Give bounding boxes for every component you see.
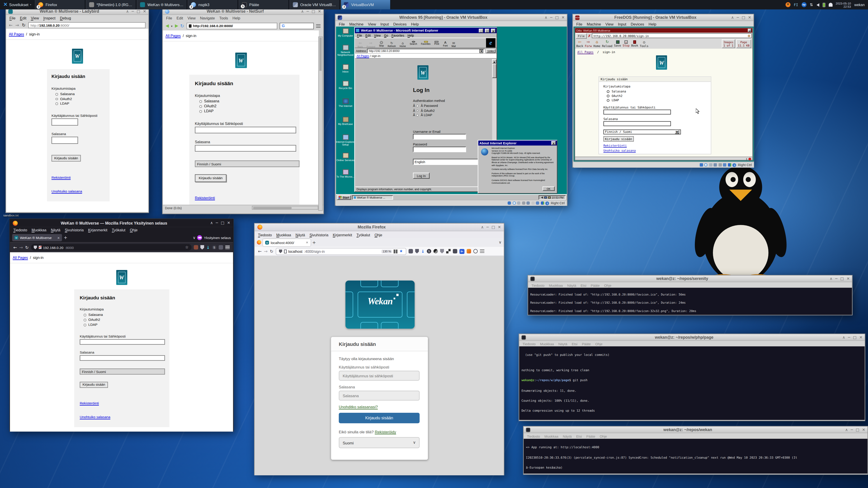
close-icon[interactable]: ✕ bbox=[318, 9, 321, 13]
maximize-icon[interactable]: □ bbox=[840, 276, 844, 281]
menu-muokkaa[interactable]: Muokkaa bbox=[545, 434, 558, 438]
menu-favorites[interactable]: Favorites bbox=[392, 34, 404, 37]
win95-icon-network-neighborhood[interactable]: Network Neighborhood bbox=[336, 45, 355, 56]
win95-vbox-titlebar[interactable]: Windows 95 [Running] - Oracle VM Virtual… bbox=[336, 14, 567, 21]
all-pages-link[interactable]: All Pages bbox=[577, 51, 594, 54]
password-input[interactable] bbox=[413, 147, 466, 152]
radio-oauth2[interactable]: OAuth2 bbox=[607, 94, 706, 97]
menu-view[interactable]: View bbox=[605, 22, 614, 26]
about-titlebar[interactable]: About Internet Explorerx bbox=[478, 140, 557, 145]
menu-inspect[interactable]: Inspect bbox=[43, 16, 56, 20]
reload-icon[interactable]: ↻ bbox=[22, 22, 26, 27]
close-icon[interactable]: ✕ bbox=[227, 221, 230, 225]
terminal-titlebar[interactable]: wekan@z: ~/repos/wekan ∧─□✕ bbox=[524, 427, 868, 433]
save-button[interactable]: Save bbox=[614, 39, 621, 48]
win95-icon-inbox[interactable]: Inbox bbox=[336, 64, 355, 73]
menu-muokkaa[interactable]: Muokkaa bbox=[549, 283, 563, 287]
close-icon[interactable]: x bbox=[551, 141, 556, 145]
menu-edit[interactable]: Edit bbox=[20, 16, 26, 20]
shield-icon[interactable] bbox=[34, 246, 37, 249]
register-link[interactable]: Rekisteröidy bbox=[375, 430, 396, 434]
url-bar[interactable]: localhost:4000/sign-in 130 % ★ bbox=[276, 248, 406, 255]
rollup-icon[interactable]: ∧ bbox=[301, 9, 304, 13]
search-input[interactable]: G bbox=[280, 22, 314, 29]
close-icon[interactable]: x bbox=[748, 29, 751, 32]
reload-icon[interactable]: ↻ bbox=[180, 23, 184, 29]
language-select[interactable]: English▼ bbox=[413, 159, 483, 165]
app-menu-icon[interactable] bbox=[480, 250, 485, 253]
network-icon[interactable]: ⇅ bbox=[810, 2, 813, 7]
search-icon[interactable] bbox=[748, 35, 750, 37]
ie-titlebar[interactable]: WeKan ® Multiverse - Microsoft Internet … bbox=[355, 28, 497, 33]
menu-etsi[interactable]: Etsi bbox=[581, 283, 586, 287]
downloads-icon[interactable]: ↓ bbox=[206, 245, 210, 250]
extension-dark-icon[interactable] bbox=[434, 249, 438, 254]
applications-menu-button[interactable]: ✕ Sovellukset ▾ bbox=[0, 0, 35, 9]
back-icon[interactable]: ← bbox=[13, 245, 17, 250]
maximize-icon[interactable]: □ bbox=[742, 15, 745, 20]
password-input[interactable] bbox=[80, 355, 165, 361]
rollup-icon[interactable]: ∧ bbox=[830, 276, 833, 281]
minimize-icon[interactable]: ─ bbox=[487, 225, 489, 230]
scroll-up-icon[interactable]: ▲ bbox=[492, 59, 497, 64]
forgot-password-link[interactable]: Unohditko salasanasi? bbox=[339, 405, 378, 409]
signin-button[interactable]: Kirjaudu sisään bbox=[80, 382, 108, 388]
insecure-lock-icon[interactable] bbox=[39, 246, 41, 249]
taskbar-item-nsgtk3[interactable]: 2 nsgtk3 bbox=[188, 0, 238, 9]
menu-paate[interactable]: Pääte bbox=[586, 434, 595, 438]
extension-s-icon[interactable]: S bbox=[427, 249, 431, 254]
back-dropdown-icon[interactable]: ▾ bbox=[171, 24, 173, 28]
horizontal-scrollbar[interactable] bbox=[252, 206, 318, 210]
modem-icon[interactable] bbox=[548, 196, 550, 198]
freedos-vbox-titlebar[interactable]: DOS FreeDOS [Running] - Oracle VM Virtua… bbox=[573, 14, 753, 21]
close-icon[interactable]: ✕ bbox=[143, 9, 146, 13]
radio-password[interactable]: Salasana bbox=[199, 99, 294, 103]
tab-localhost[interactable]: w localhost:4000/ ✕ bbox=[263, 239, 311, 246]
menu-ohje[interactable]: Ohje bbox=[600, 434, 607, 438]
maximize-icon[interactable]: □ bbox=[137, 9, 141, 13]
select-dropdown-icon[interactable]: ▼ bbox=[675, 130, 679, 133]
register-link[interactable]: Rekisteröinti bbox=[603, 144, 627, 147]
extension-ublock-icon[interactable] bbox=[193, 245, 198, 250]
display-icon[interactable] bbox=[544, 196, 547, 198]
register-link[interactable]: Rekisteröinti bbox=[52, 175, 71, 179]
minimize-icon[interactable]: ─ bbox=[307, 9, 309, 13]
address-input[interactable]: http://192.168.0.20:8000/▼ bbox=[367, 49, 485, 53]
menu-view[interactable]: View bbox=[187, 16, 195, 20]
ff-titlebar[interactable]: Mozilla Firefox ∧─□✕ bbox=[255, 223, 504, 231]
refresh-button[interactable]: ↻Refresh bbox=[386, 41, 398, 45]
menu-help[interactable]: Help bbox=[232, 16, 240, 20]
search-button[interactable]: Search bbox=[408, 41, 418, 45]
username-input[interactable] bbox=[80, 339, 165, 345]
hp-tray-icon[interactable]: hp bbox=[802, 2, 807, 7]
radio-oauth2[interactable]: OAuth2 bbox=[199, 104, 294, 108]
url-input[interactable]: http://192.168.0.20:8000/ bbox=[186, 22, 277, 29]
minimize-icon[interactable]: ─ bbox=[131, 9, 134, 13]
desktop-file-label[interactable]: sandbox.txt bbox=[3, 214, 19, 217]
menu-view[interactable]: View bbox=[374, 34, 381, 37]
reload-button[interactable]: ↻Reload bbox=[602, 39, 612, 48]
menu-muokkaa[interactable]: Muokkaa bbox=[540, 341, 554, 346]
menu-help[interactable]: Help bbox=[408, 34, 414, 37]
maximize-icon[interactable]: □ bbox=[853, 335, 857, 339]
menu-kirjanmerkit[interactable]: Kirjanmerkit bbox=[88, 228, 107, 232]
menu-nayta[interactable]: Näytä bbox=[558, 341, 567, 346]
menu-nayta[interactable]: Näytä bbox=[563, 434, 572, 438]
bookmark-star-icon[interactable]: ★ bbox=[399, 249, 403, 254]
close-icon[interactable]: ✕ bbox=[846, 276, 850, 281]
tab-list-icon[interactable]: ∨ bbox=[193, 235, 196, 240]
username-input[interactable] bbox=[195, 127, 296, 133]
volume-icon[interactable] bbox=[816, 3, 819, 6]
signin-button[interactable]: Kirjaudu sisään bbox=[339, 413, 420, 423]
terminal-titlebar[interactable]: wekan@z: ~/repos/serenity ∧─□✕ bbox=[528, 275, 852, 282]
back-icon[interactable]: ← bbox=[258, 249, 261, 254]
menu-tiedosto[interactable]: Tiedosto bbox=[527, 434, 540, 438]
minimize-icon[interactable]: ─ bbox=[851, 427, 853, 432]
taskbar-item-virtualboxvm[interactable]: 2 VirtualBoxVM bbox=[341, 0, 391, 9]
menu-file[interactable]: File bbox=[9, 16, 16, 20]
links-button[interactable]: Links bbox=[486, 49, 495, 53]
dillo-titlebar[interactable]: Dillo: WeKan Â® Multiverse x bbox=[575, 28, 752, 33]
menu-view[interactable]: View bbox=[368, 22, 376, 26]
maximize-icon[interactable]: □ bbox=[221, 221, 224, 225]
menu-tiedosto[interactable]: Tiedosto bbox=[523, 341, 536, 346]
